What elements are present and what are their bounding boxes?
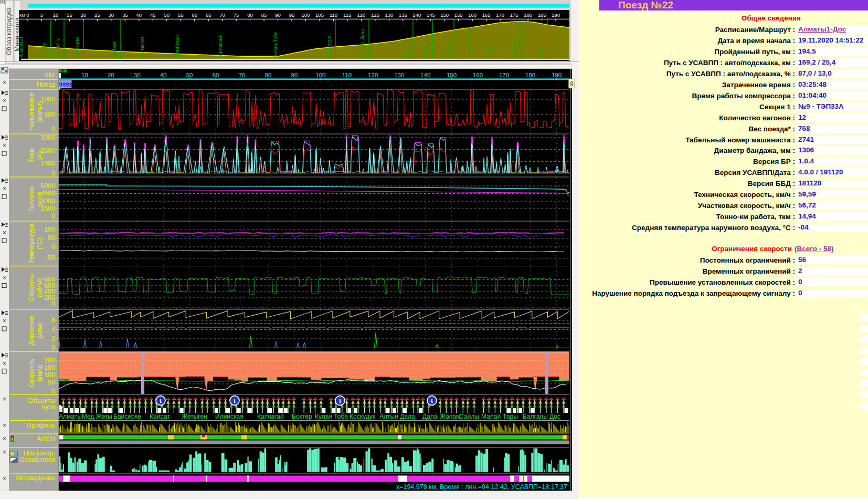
svg-text:10: 10 bbox=[53, 12, 59, 18]
svg-text:Токи: Токи bbox=[28, 149, 35, 162]
svg-text:200: 200 bbox=[44, 357, 55, 364]
svg-text:Сайлы: Сайлы bbox=[459, 413, 479, 420]
svg-text:6: 6 bbox=[51, 317, 55, 324]
svg-text:(об/М): (об/М) bbox=[36, 278, 44, 297]
svg-text:120: 120 bbox=[368, 72, 378, 78]
svg-text:65: 65 bbox=[206, 12, 211, 18]
svg-text:135: 135 bbox=[399, 12, 407, 18]
svg-text:Малый Сады: Малый Сады bbox=[465, 27, 471, 58]
svg-text:190: 190 bbox=[552, 12, 560, 18]
svg-text:4: 4 bbox=[51, 326, 55, 333]
svg-text:Алтын Дала: Алтын Дала bbox=[379, 413, 415, 420]
svg-text:×: × bbox=[3, 142, 6, 149]
svg-text:500: 500 bbox=[44, 111, 55, 118]
svg-text:95: 95 bbox=[289, 12, 295, 18]
svg-text:×: × bbox=[3, 274, 6, 282]
svg-text:150: 150 bbox=[44, 364, 55, 371]
svg-text:50: 50 bbox=[164, 12, 170, 18]
svg-text:20: 20 bbox=[108, 72, 114, 78]
svg-text:85: 85 bbox=[261, 12, 267, 18]
svg-text:Напряжение: Напряжение bbox=[28, 92, 35, 131]
svg-text:×: × bbox=[3, 317, 6, 325]
svg-text:х=194.978 км, Время : лин.=04:: х=194.978 км, Время : лин.=04:12:42, УСА… bbox=[396, 483, 567, 491]
svg-text:Топливо: Топливо bbox=[28, 186, 35, 212]
svg-text:t: t bbox=[339, 397, 341, 404]
svg-text:×: × bbox=[3, 97, 6, 105]
svg-text:145: 145 bbox=[427, 12, 435, 18]
svg-text:АлматыМед.Жеты: АлматыМед.Жеты bbox=[59, 413, 112, 420]
svg-text:Сайлы: Сайлы bbox=[444, 42, 450, 58]
svg-text:50: 50 bbox=[48, 234, 55, 242]
svg-text:80: 80 bbox=[247, 12, 253, 18]
svg-text:АЛСН: АЛСН bbox=[37, 435, 55, 443]
svg-text:Жетыген: Жетыген bbox=[139, 37, 145, 58]
svg-text:125: 125 bbox=[371, 12, 379, 18]
svg-text:50: 50 bbox=[48, 379, 55, 386]
svg-text:140: 140 bbox=[420, 72, 430, 78]
svg-text:190: 190 bbox=[552, 72, 562, 78]
svg-text:100: 100 bbox=[44, 371, 55, 379]
svg-text:170: 170 bbox=[499, 72, 509, 78]
svg-text:150: 150 bbox=[447, 72, 457, 78]
svg-text:(атм): (атм) bbox=[36, 323, 44, 338]
svg-text:0: 0 bbox=[51, 126, 55, 133]
svg-text:100: 100 bbox=[44, 226, 55, 233]
svg-text:55: 55 bbox=[178, 12, 184, 18]
svg-text:30: 30 bbox=[109, 12, 114, 18]
svg-text:160: 160 bbox=[473, 72, 483, 78]
svg-text:t: t bbox=[160, 397, 162, 404]
svg-text:100: 100 bbox=[302, 12, 310, 18]
svg-text:×: × bbox=[3, 435, 6, 442]
svg-text:0: 0 bbox=[51, 388, 55, 395]
svg-text:Тары: Тары bbox=[503, 413, 518, 420]
svg-text:Илийская: Илийская bbox=[174, 35, 180, 58]
svg-text:2: 2 bbox=[51, 335, 55, 342]
svg-text:(А): (А) bbox=[36, 151, 44, 160]
svg-text:Медеу: Медеу bbox=[41, 43, 47, 58]
svg-text:Профиль: Профиль bbox=[27, 422, 55, 429]
svg-text:×: × bbox=[3, 449, 6, 456]
svg-text:Кулан Тобе: Кулан Тобе bbox=[315, 413, 348, 420]
svg-text:45: 45 bbox=[150, 12, 156, 18]
svg-text:90: 90 bbox=[291, 72, 298, 78]
svg-text:(вольт): (вольт) bbox=[36, 101, 44, 122]
svg-text:Давление: Давление bbox=[28, 316, 35, 346]
svg-text:25: 25 bbox=[94, 12, 100, 18]
svg-text:×: × bbox=[3, 360, 6, 367]
svg-text:Поезд: Поезд bbox=[37, 81, 56, 88]
svg-text:Алматы1: Алматы1 bbox=[18, 36, 24, 58]
svg-text:Байсерке: Байсерке bbox=[113, 413, 141, 420]
svg-text:(кг/л): (кг/л) bbox=[36, 191, 44, 206]
svg-text:Тары: Тары bbox=[486, 46, 492, 58]
svg-text:Капчагай: Капчагай bbox=[217, 36, 223, 58]
svg-text:Кайрат: Кайрат bbox=[150, 413, 170, 420]
svg-text:Балгалы: Балгалы bbox=[523, 413, 548, 420]
svg-text:1000: 1000 bbox=[40, 160, 55, 167]
svg-text:Автоведение: Автоведение bbox=[15, 474, 55, 482]
svg-text:0: 0 bbox=[51, 243, 55, 251]
svg-text:10: 10 bbox=[81, 72, 88, 78]
svg-text:t: t bbox=[431, 397, 433, 404]
svg-text:15: 15 bbox=[67, 12, 72, 18]
svg-text:50: 50 bbox=[186, 72, 193, 78]
svg-text:(°С): (°С) bbox=[36, 237, 44, 249]
svg-text:КМ: КМ bbox=[19, 13, 25, 18]
svg-text:75: 75 bbox=[234, 12, 239, 18]
svg-text:Дос: Дос bbox=[538, 48, 544, 58]
svg-text:×: × bbox=[3, 79, 6, 86]
svg-text:ЖетыСу: ЖетыСу bbox=[55, 38, 60, 58]
svg-text:165: 165 bbox=[482, 12, 491, 18]
svg-text:-50: -50 bbox=[46, 254, 55, 262]
svg-text:5: 5 bbox=[40, 12, 43, 18]
svg-text:Жолам: Жолам bbox=[440, 413, 460, 420]
svg-text:×: × bbox=[3, 229, 6, 236]
svg-text:170: 170 bbox=[496, 12, 504, 18]
svg-text:Балгалы: Балгалы bbox=[511, 38, 516, 58]
svg-text:35: 35 bbox=[122, 12, 128, 18]
svg-text:Дала: Дала bbox=[404, 46, 409, 58]
svg-text:40: 40 bbox=[160, 72, 167, 78]
svg-text:Кайрат: Кайрат bbox=[111, 41, 117, 58]
svg-text:Обороты: Обороты bbox=[28, 274, 35, 301]
svg-text:Кулан Тобе: Кулан Тобе bbox=[272, 32, 278, 58]
svg-text:180: 180 bbox=[525, 72, 535, 78]
